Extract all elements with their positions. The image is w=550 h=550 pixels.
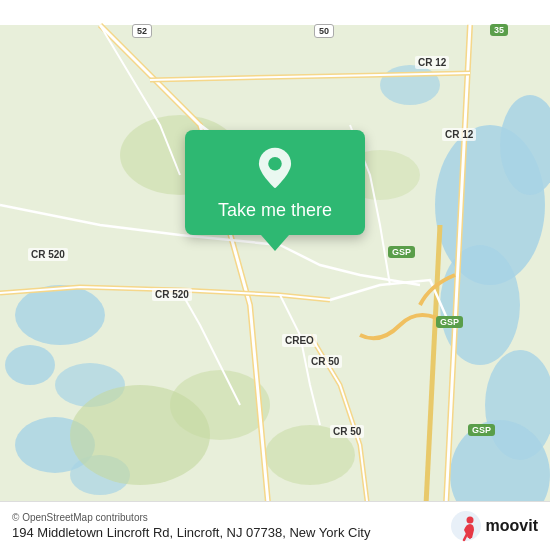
moovit-logo: moovit	[450, 510, 538, 542]
moovit-logo-icon	[450, 510, 482, 542]
location-pin-icon	[253, 146, 297, 190]
take-me-there-popup[interactable]: Take me there	[185, 130, 365, 251]
badge-gsp-1: GSP	[388, 246, 415, 258]
svg-point-2	[5, 345, 55, 385]
moovit-logo-text: moovit	[486, 517, 538, 535]
badge-gsp-3: GSP	[468, 424, 495, 436]
address-text: 194 Middletown Lincroft Rd, Lincroft, NJ…	[12, 525, 370, 540]
bottom-bar: © OpenStreetMap contributors 194 Middlet…	[0, 501, 550, 550]
attribution-text: © OpenStreetMap contributors	[12, 512, 370, 523]
svg-point-17	[268, 157, 282, 171]
map-background	[0, 0, 550, 550]
svg-point-14	[265, 425, 355, 485]
green-card[interactable]: Take me there	[185, 130, 365, 235]
map-container: CR 520 CR 520 CR 50 CR 50 CR 12 CR 12 CR…	[0, 0, 550, 550]
badge-52: 52	[132, 24, 152, 38]
badge-50: 50	[314, 24, 334, 38]
svg-point-11	[380, 65, 440, 105]
svg-point-19	[466, 517, 473, 524]
take-me-there-button[interactable]: Take me there	[218, 200, 332, 221]
badge-gsp-2: GSP	[436, 316, 463, 328]
bottom-left-info: © OpenStreetMap contributors 194 Middlet…	[12, 512, 370, 540]
badge-35: 35	[490, 24, 508, 36]
card-pointer	[261, 235, 289, 251]
svg-point-1	[15, 285, 105, 345]
